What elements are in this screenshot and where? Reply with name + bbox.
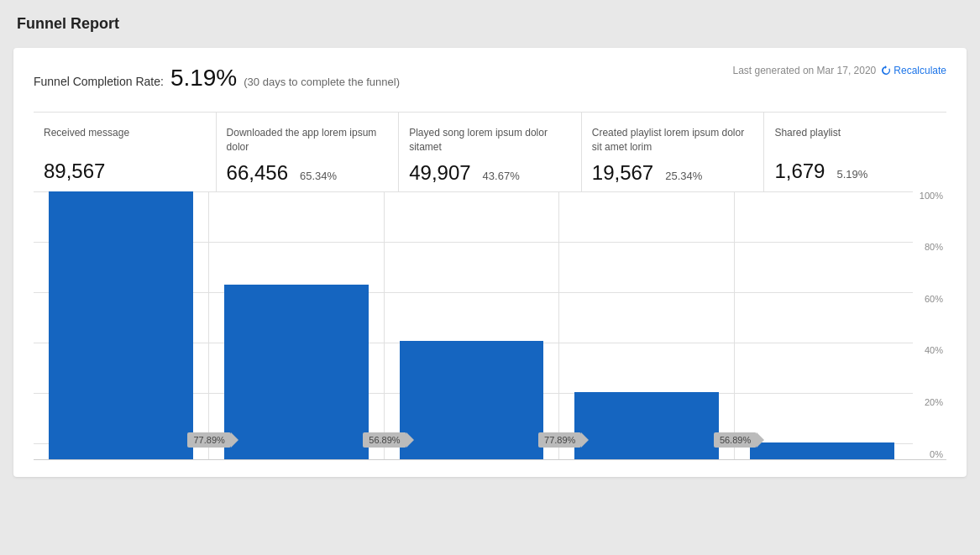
last-generated-text: Last generated on Mar 17, 2020 — [733, 65, 877, 76]
bar-2 — [400, 341, 544, 459]
arrow-badge-text-2: 77.89% — [538, 432, 581, 448]
completion-rate-section: Funnel Completion Rate: 5.19% (30 days t… — [34, 65, 400, 92]
funnel-steps: Received message89,567Downloaded the app… — [34, 112, 946, 191]
recalculate-icon — [881, 65, 891, 76]
bar-1 — [224, 285, 369, 459]
step-label-4: Shared playlist — [774, 126, 936, 153]
step-label-3: Created playlist lorem ipsum dolor sit a… — [592, 126, 754, 154]
funnel-step-4: Shared playlist1,6795.19% — [764, 113, 946, 191]
funnel-step-2: Played song lorem ipsum dolor sitamet49,… — [399, 113, 582, 191]
chart-wrapper: 77.89%56.89%77.89%56.89% 100%80%60%40%20… — [34, 191, 946, 460]
arrow-badge-text-3: 56.89% — [714, 432, 757, 448]
step-label-2: Played song lorem ipsum dolor sitamet — [409, 126, 571, 154]
y-label-1: 80% — [925, 243, 943, 252]
bar-column-3: 56.89% — [559, 191, 735, 459]
arrow-chevron-0 — [231, 432, 238, 448]
step-value-3: 19,567 — [592, 161, 653, 185]
y-axis: 100%80%60%40%20%0% — [909, 191, 946, 460]
step-value-2: 49,907 — [409, 161, 470, 185]
step-label-1: Downloaded the app lorem ipsum dolor — [227, 126, 389, 154]
bars-area: 77.89%56.89%77.89%56.89% — [34, 191, 909, 460]
step-value-0: 89,567 — [44, 160, 105, 183]
step-percent-3: 25.34% — [665, 170, 702, 182]
bar-column-1: 56.89% — [209, 191, 385, 459]
y-label-3: 40% — [925, 346, 943, 355]
bar-4 — [750, 442, 894, 458]
funnel-step-3: Created playlist lorem ipsum dolor sit a… — [582, 113, 765, 191]
bar-0 — [49, 191, 193, 459]
arrow-badge-0: 77.89% — [187, 432, 238, 448]
completion-rate-value: 5.19% — [170, 65, 237, 92]
y-label-4: 20% — [925, 398, 943, 407]
step-percent-4: 5.19% — [836, 168, 867, 181]
step-label-0: Received message — [44, 126, 206, 153]
arrow-badge-3: 56.89% — [714, 432, 764, 448]
y-label-5: 0% — [930, 450, 943, 459]
page-header: Funnel Report — [0, 0, 980, 48]
bar-3 — [574, 392, 719, 459]
main-chart: 77.89%56.89%77.89%56.89% 100%80%60%40%20… — [34, 191, 946, 460]
arrow-chevron-2 — [581, 432, 589, 448]
card-header: Funnel Completion Rate: 5.19% (30 days t… — [34, 65, 946, 92]
arrow-chevron-1 — [406, 432, 414, 448]
page-title: Funnel Report — [17, 15, 963, 33]
step-value-1: 66,456 — [227, 161, 288, 185]
header-right: Last generated on Mar 17, 2020 Recalcula… — [733, 65, 947, 76]
bars-and-axis: 77.89%56.89%77.89%56.89% 100%80%60%40%20… — [34, 191, 946, 460]
step-value-4: 1,679 — [774, 160, 825, 183]
y-label-0: 100% — [920, 191, 943, 201]
step-percent-2: 43.67% — [483, 170, 520, 182]
arrow-chevron-3 — [757, 432, 764, 448]
arrow-badge-2: 77.89% — [538, 432, 589, 448]
bar-column-4 — [735, 191, 909, 459]
completion-rate-label: Funnel Completion Rate: — [34, 75, 164, 88]
arrow-badge-text-0: 77.89% — [187, 432, 230, 448]
bar-column-2: 77.89% — [385, 191, 560, 459]
step-percent-1: 65.34% — [300, 170, 337, 182]
completion-rate-note: (30 days to complete the funnel) — [244, 76, 400, 88]
arrow-badge-1: 56.89% — [363, 432, 413, 448]
funnel-step-1: Downloaded the app lorem ipsum dolor66,4… — [217, 113, 400, 191]
recalculate-button[interactable]: Recalculate — [881, 65, 946, 76]
bar-column-0: 77.89% — [34, 191, 209, 459]
y-label-2: 60% — [925, 295, 943, 304]
arrow-badge-text-1: 56.89% — [363, 432, 406, 448]
funnel-step-0: Received message89,567 — [34, 113, 217, 191]
funnel-card: Funnel Completion Rate: 5.19% (30 days t… — [13, 48, 967, 477]
